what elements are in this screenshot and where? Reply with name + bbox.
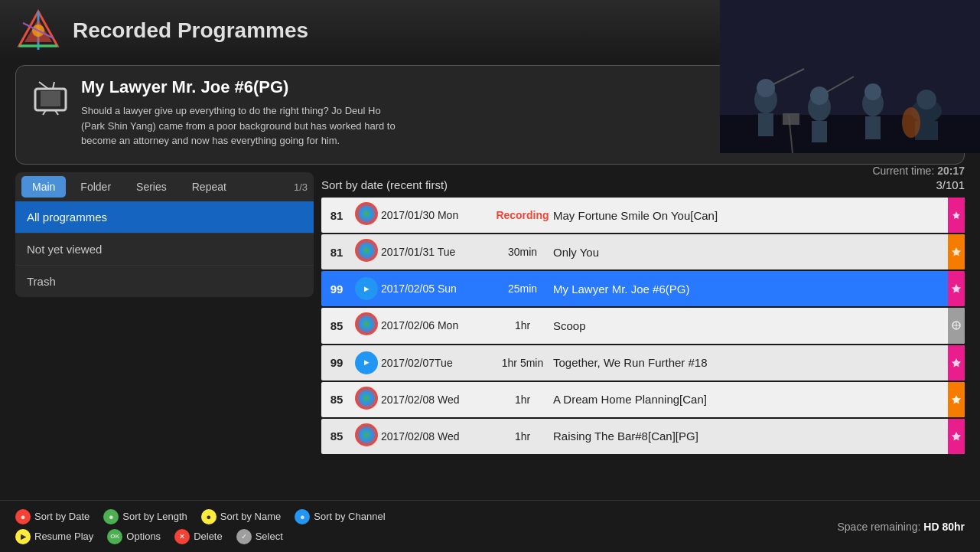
sidebar-item-trash[interactable]: Trash	[15, 266, 314, 297]
table-row[interactable]: 81 2017/01/31 Tue 30min Only You	[321, 234, 965, 269]
svg-rect-26	[41, 91, 60, 106]
duration-cell: 1hr 5min	[492, 357, 553, 369]
title-cell: My Lawyer Mr. Joe #6(PG)	[553, 283, 965, 296]
show-description: Should a lawyer give up everything to do…	[81, 103, 402, 149]
channel-logo-icon	[352, 239, 381, 265]
programme-list: Sort by date (recent first) 3/101 81 201…	[321, 172, 965, 456]
delete-button[interactable]: ✕ Delete	[174, 529, 223, 544]
duration-cell: 25min	[492, 283, 553, 295]
date-cell: 2017/01/30 Mon	[381, 209, 492, 221]
svg-rect-17	[865, 116, 881, 139]
options-label: Options	[126, 531, 161, 542]
sort-name-button[interactable]: ● Sort by Name	[201, 509, 281, 524]
date-cell: 2017/02/08 Wed	[381, 394, 492, 406]
sidebar: Main Folder Series Repeat 1/3 All progra…	[15, 172, 314, 456]
svg-rect-24	[783, 113, 799, 125]
show-title: My Lawyer Mr. Joe #6(PG)	[81, 77, 402, 97]
tab-counter: 1/3	[294, 181, 308, 193]
select-button[interactable]: ✓ Select	[236, 529, 283, 544]
tvb-logo	[355, 239, 378, 262]
current-time: Current time: 20:17	[872, 165, 965, 177]
sidebar-item-not-viewed[interactable]: Not yet viewed	[15, 234, 314, 266]
duration-cell: 1hr	[492, 319, 553, 332]
table-row[interactable]: 99 ▶ 2017/02/07Tue 1hr 5min Together, We…	[321, 345, 965, 381]
tab-series[interactable]: Series	[125, 176, 177, 198]
tab-main[interactable]: Main	[21, 176, 66, 198]
title-cell: Scoop	[553, 319, 965, 332]
duration-cell: 30min	[492, 246, 553, 258]
select-label: Select	[256, 531, 283, 542]
options-button[interactable]: OK Options	[107, 529, 161, 544]
sidebar-tabs: Main Folder Series Repeat 1/3	[15, 172, 314, 201]
channel-number: 81	[321, 246, 352, 259]
channel-logo-icon	[352, 387, 381, 413]
channel-logo-icon	[352, 202, 381, 228]
title-cell: Together, We Run Further #18	[553, 356, 965, 369]
sort-name-label: Sort by Name	[220, 511, 281, 522]
tab-repeat[interactable]: Repeat	[181, 176, 237, 198]
sort-length-button[interactable]: ● Sort by Length	[103, 509, 187, 524]
tvb-logo	[355, 202, 378, 225]
button-row-2: ▶ Resume Play OK Options ✕ Delete ✓ Sele…	[15, 529, 822, 544]
tvb-logo	[355, 387, 378, 410]
sidebar-item-all[interactable]: All programmes	[15, 201, 314, 234]
sort-label: Sort by date (recent first)	[321, 178, 448, 191]
green-button-icon: ●	[103, 509, 119, 524]
play-button-icon: ▶	[15, 529, 31, 544]
row-badge	[948, 308, 965, 343]
table-row[interactable]: 85 2017/02/08 Wed 1hr Raising The Bar#8[…	[321, 419, 965, 454]
duration-cell: Recording	[492, 209, 553, 221]
row-badge	[948, 198, 965, 233]
table-row[interactable]: 81 2017/01/30 Mon Recording May Fortune …	[321, 198, 965, 233]
svg-point-10	[757, 79, 775, 97]
channel-number: 85	[321, 430, 352, 443]
orchestra-svg	[720, 0, 980, 153]
channel-number: 85	[321, 319, 352, 332]
svg-point-14	[810, 87, 829, 105]
yellow-button-icon: ●	[201, 509, 217, 524]
title-cell: Raising The Bar#8[Can][PG]	[553, 430, 965, 443]
date-cell: 2017/02/05 Sun	[381, 283, 492, 295]
svg-point-21	[917, 90, 936, 109]
sort-channel-label: Sort by Channel	[314, 511, 385, 522]
sort-channel-button[interactable]: ● Sort by Channel	[295, 509, 385, 524]
title-cell: May Fortune Smile On You[Can]	[553, 209, 965, 222]
tv-icon	[31, 81, 70, 116]
table-row[interactable]: 85 2017/02/08 Wed 1hr A Dream Home Plann…	[321, 382, 965, 417]
channel-number: 99	[321, 356, 352, 369]
red-button-icon: ●	[15, 509, 31, 524]
info-text: My Lawyer Mr. Joe #6(PG) Should a lawyer…	[81, 77, 402, 152]
date-cell: 2017/02/06 Mon	[381, 319, 492, 332]
title-cell: Only You	[553, 246, 965, 259]
button-row-1: ● Sort by Date ● Sort by Length ● Sort b…	[15, 509, 822, 524]
table-row[interactable]: 99 ▶ 2017/02/05 Sun 25min My Lawyer Mr. …	[321, 271, 965, 306]
ok-button-icon: OK	[107, 529, 122, 544]
channel-logo-icon	[352, 423, 381, 449]
content-area: Main Folder Series Repeat 1/3 All progra…	[15, 172, 965, 456]
table-row[interactable]: 85 2017/02/06 Mon 1hr Scoop	[321, 308, 965, 343]
sort-date-button[interactable]: ● Sort by Date	[15, 509, 90, 524]
channel-number: 99	[321, 283, 352, 296]
svg-marker-37	[952, 358, 961, 367]
blue-button-icon: ●	[295, 509, 310, 524]
svg-point-18	[864, 83, 881, 100]
thumbnail-panel	[720, 0, 980, 153]
svg-rect-13	[812, 121, 827, 142]
delete-label: Delete	[194, 531, 223, 542]
row-badge	[948, 234, 965, 269]
tvb-logo	[355, 312, 378, 335]
resume-play-label: Resume Play	[34, 531, 93, 542]
title-cell: A Dream Home Planning[Can]	[553, 393, 965, 406]
check-button-icon: ✓	[236, 529, 252, 544]
tvb-logo	[355, 423, 378, 446]
duration-cell: 1hr	[492, 430, 553, 443]
sort-length-label: Sort by Length	[122, 511, 187, 522]
resume-play-button[interactable]: ▶ Resume Play	[15, 529, 93, 544]
channel-number: 81	[321, 209, 352, 222]
row-badge	[948, 382, 965, 417]
svg-marker-32	[952, 247, 961, 256]
sidebar-items: All programmes Not yet viewed Trash	[15, 201, 314, 297]
channel-logo-icon: ▶	[352, 351, 381, 374]
row-badge	[948, 271, 965, 306]
tab-folder[interactable]: Folder	[70, 176, 122, 198]
